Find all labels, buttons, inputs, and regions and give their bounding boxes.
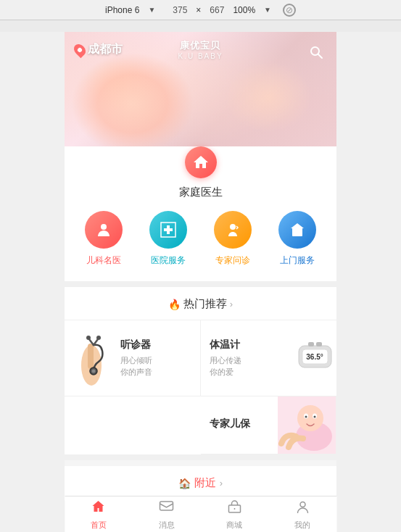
thermometer-item-text: 体温计 用心传递你的爱	[210, 329, 241, 387]
nav-item-profile[interactable]: 我的	[268, 499, 336, 531]
fire-icon: 🔥	[168, 299, 181, 310]
baby-health-text: 专家儿保	[210, 405, 250, 445]
doctor-section: 家庭医生 儿科名医	[65, 146, 336, 281]
svg-point-28	[300, 502, 305, 507]
home-nav-icon	[91, 499, 107, 518]
stethoscope-illustration	[73, 329, 113, 387]
doctor-section-title: 家庭医生	[65, 186, 336, 199]
hot-title-text: 热门推荐	[183, 297, 227, 311]
bottom-navigation: 首页 消息	[65, 496, 336, 532]
thermometer-illustration: 36.5°	[295, 335, 335, 381]
nav-item-shop[interactable]: 商城	[201, 499, 269, 531]
logo-sub-text: K.U BABY	[178, 52, 223, 60]
baby-health-title: 专家儿保	[210, 417, 250, 431]
service-item-hospital[interactable]: 医院服务	[149, 211, 187, 267]
percent-value: 100%	[233, 5, 255, 15]
svg-rect-16	[308, 342, 314, 346]
location-display[interactable]: 成都市	[75, 42, 123, 57]
profile-nav-icon	[294, 499, 310, 518]
logo-main-text: 康优宝贝	[178, 39, 223, 52]
service-label-expert: 专家问诊	[215, 254, 250, 267]
nearby-title[interactable]: 🏠 附近 ›	[178, 476, 223, 490]
service-icons-row: 儿科名医 医院服务	[65, 211, 336, 267]
nearby-header: 🏠 附近 ›	[65, 476, 336, 490]
svg-point-12	[96, 336, 101, 340]
device-name: iPhone 6	[105, 5, 139, 15]
service-label-hospital: 医院服务	[151, 254, 186, 267]
hot-item-baby-health[interactable]: 专家儿保	[201, 396, 337, 454]
service-circle-expert	[214, 211, 252, 249]
svg-text:36.5°: 36.5°	[306, 353, 323, 361]
service-item-expert[interactable]: 专家问诊	[214, 211, 252, 267]
svg-point-10	[92, 370, 96, 373]
svg-rect-17	[316, 342, 322, 346]
content-area: 成都市 康优宝贝 K.U BABY	[65, 32, 336, 532]
stethoscope-title: 听诊器	[120, 338, 152, 352]
hot-section-title: 🔥 热门推荐 ›	[168, 297, 233, 311]
browser-chrome: iPhone 6 ▼ 375 × 667 100% ▼ ⊘ 成都市 康优宝贝 K…	[0, 0, 401, 532]
svg-rect-6	[295, 231, 299, 236]
hot-items-grid: 听诊器 用心倾听你的声音 体温计 用心传递你的爱	[65, 320, 336, 454]
doctor-house-icon	[185, 146, 217, 178]
search-button[interactable]	[306, 42, 326, 62]
svg-point-4	[230, 224, 236, 230]
service-label-pediatric: 儿科名医	[86, 254, 121, 267]
ruler	[0, 20, 401, 32]
shop-nav-icon	[226, 499, 242, 518]
cross-symbol: ×	[196, 5, 201, 15]
hero-banner: 成都市 康优宝贝 K.U BABY	[65, 32, 336, 162]
service-circle-home-visit	[278, 211, 316, 249]
svg-point-11	[86, 336, 91, 340]
stethoscope-desc: 用心倾听你的声音	[120, 354, 152, 378]
service-item-home-visit[interactable]: 上门服务	[278, 211, 316, 267]
hot-item-thermometer[interactable]: 体温计 用心传递你的爱 36.5°	[201, 320, 337, 396]
service-circle-hospital	[149, 211, 187, 249]
section-divider-1	[65, 281, 336, 287]
svg-point-3	[101, 224, 107, 230]
stethoscope-item-text: 听诊器 用心倾听你的声音	[120, 338, 152, 378]
hot-section-header: 🔥 热门推荐 ›	[65, 297, 336, 311]
device-dropdown-arrow[interactable]: ▼	[148, 6, 155, 14]
hot-section-arrow[interactable]: ›	[230, 299, 233, 309]
svg-rect-25	[160, 502, 173, 510]
thermometer-title: 体温计	[210, 338, 241, 352]
baby-health-illustration	[278, 396, 336, 454]
section-divider-2	[65, 454, 336, 460]
svg-point-2	[199, 159, 202, 162]
app-logo: 康优宝贝 K.U BABY	[178, 39, 223, 60]
svg-rect-8	[88, 344, 94, 369]
hot-section: 🔥 热门推荐 ›	[65, 287, 336, 454]
home-nav-label: 首页	[91, 520, 107, 531]
phone-frame: 成都市 康优宝贝 K.U BABY	[65, 32, 336, 532]
height-value: 667	[210, 5, 224, 15]
nav-item-home[interactable]: 首页	[65, 499, 133, 531]
width-value: 375	[173, 5, 187, 15]
browser-top-bar: iPhone 6 ▼ 375 × 667 100% ▼ ⊘	[0, 0, 401, 20]
nav-item-messages[interactable]: 消息	[133, 499, 201, 531]
message-nav-icon	[159, 499, 175, 518]
message-nav-label: 消息	[159, 520, 175, 531]
svg-point-24	[314, 416, 316, 418]
doctor-icon-wrapper	[65, 146, 336, 178]
no-script-icon: ⊘	[283, 4, 296, 17]
shop-nav-label: 商城	[226, 520, 242, 531]
hot-item-stethoscope[interactable]: 听诊器 用心倾听你的声音	[65, 320, 201, 396]
location-pin-icon	[72, 41, 88, 58]
service-label-home-visit: 上门服务	[280, 254, 315, 267]
svg-point-20	[297, 405, 323, 431]
svg-line-1	[318, 54, 322, 58]
percent-dropdown-arrow[interactable]: ▼	[264, 6, 271, 14]
svg-point-22	[305, 416, 307, 418]
service-circle-pediatric	[85, 211, 123, 249]
nearby-section: 🏠 附近 ›	[65, 466, 336, 500]
location-text: 成都市	[88, 42, 123, 57]
nearby-title-text: 附近	[194, 476, 216, 490]
nearby-home-icon: 🏠	[178, 478, 191, 489]
thermometer-desc: 用心传递你的爱	[210, 354, 241, 378]
profile-nav-label: 我的	[294, 520, 310, 531]
nearby-arrow[interactable]: ›	[220, 478, 223, 489]
service-item-pediatric[interactable]: 儿科名医	[85, 211, 123, 267]
